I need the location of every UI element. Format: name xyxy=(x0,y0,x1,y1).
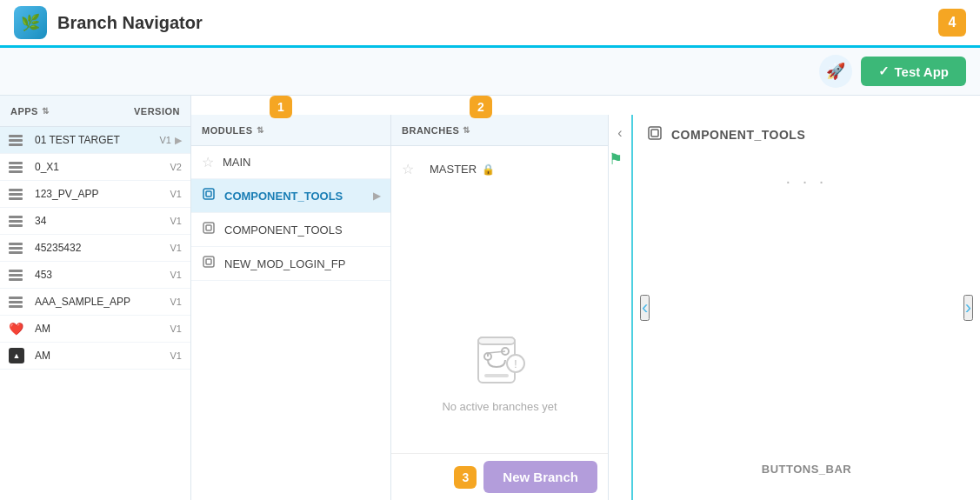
empty-state: ! No active branches yet xyxy=(391,290,608,454)
modules-sort-icon[interactable]: ⇅ xyxy=(257,125,264,135)
detail-title: COMPONENT_TOOLS xyxy=(671,128,805,142)
modules-panel-header: MODULES ⇅ xyxy=(191,115,390,146)
app-heart-icon: ❤️ xyxy=(9,322,28,336)
module-item-component-tools-active[interactable]: COMPONENT_TOOLS ▶ xyxy=(191,179,390,213)
version-header-label: VERSION xyxy=(134,106,180,117)
module-list: ☆ MAIN COMPONENT_TOOLS ▶ xyxy=(191,146,390,500)
star-icon: ☆ xyxy=(402,161,414,177)
new-branch-row: 3 New Branch xyxy=(391,453,608,500)
step-badge-4: 4 xyxy=(938,9,966,37)
svg-rect-7 xyxy=(478,337,515,344)
branches-panel: BRANCHES ⇅ ☆ MASTER 🔒 xyxy=(391,115,609,500)
flag-icon[interactable]: ⚑ xyxy=(609,150,631,172)
test-app-label: Test App xyxy=(895,64,950,79)
detail-sub-item: BUTTONS_BAR xyxy=(647,463,966,490)
step-badge-2: 2 xyxy=(470,96,492,118)
app-item[interactable]: 45235432 V1 xyxy=(0,235,190,262)
new-branch-button[interactable]: New Branch xyxy=(483,461,597,493)
detail-dots: · · · xyxy=(647,154,966,209)
cube-icon xyxy=(202,255,216,272)
rocket-icon: 🚀 xyxy=(826,62,845,81)
app-item[interactable]: 34 V1 xyxy=(0,208,190,235)
checkmark-icon: ✓ xyxy=(878,63,890,79)
detail-cube-icon xyxy=(647,125,663,143)
module-arrow-icon: ▶ xyxy=(373,190,380,202)
star-icon: ☆ xyxy=(202,154,214,170)
apps-panel-header: APPS ⇅ VERSION xyxy=(0,96,190,127)
app-item[interactable]: AAA_SAMPLE_APP V1 xyxy=(0,289,190,316)
apps-panel: APPS ⇅ VERSION 01 TEST TARGET V1 ▶ 0_X1 … xyxy=(0,96,191,500)
app-icon-bars xyxy=(9,187,28,201)
svg-rect-5 xyxy=(206,259,211,264)
svg-rect-0 xyxy=(203,189,214,199)
svg-rect-16 xyxy=(651,130,658,137)
collapse-left-button[interactable]: ‹ xyxy=(610,123,630,143)
toolbar: 🚀 ✓ Test App xyxy=(0,48,980,96)
main-content: APPS ⇅ VERSION 01 TEST TARGET V1 ▶ 0_X1 … xyxy=(0,96,980,500)
test-app-button[interactable]: ✓ Test App xyxy=(861,57,967,86)
collapse-area: ‹ ⚑ xyxy=(609,115,633,500)
app-item[interactable]: ▲ AM V1 xyxy=(0,343,190,370)
app-item[interactable]: 453 V1 xyxy=(0,262,190,289)
app-logo: 🌿 xyxy=(14,6,47,39)
cube-icon xyxy=(202,221,216,238)
app-item[interactable]: ❤️ AM V1 xyxy=(0,316,190,343)
app-icon-bars xyxy=(9,268,28,282)
svg-rect-3 xyxy=(206,225,211,230)
app-icon-bars xyxy=(9,214,28,228)
app-icon-bars xyxy=(9,241,28,255)
branch-item-master[interactable]: ☆ MASTER 🔒 xyxy=(391,153,608,185)
app-icon-bars xyxy=(9,295,28,309)
apps-sort-icon[interactable]: ⇅ xyxy=(42,106,50,116)
app-icon-bars xyxy=(9,160,28,174)
module-item-main[interactable]: ☆ MAIN xyxy=(191,146,390,179)
modules-panel: MODULES ⇅ ☆ MAIN COMPONENT_TOOLS xyxy=(191,115,391,500)
svg-text:!: ! xyxy=(514,358,517,370)
panels-wrapper: 1 2 MODULES ⇅ ☆ MAIN xyxy=(191,96,980,500)
branches-sort-icon[interactable]: ⇅ xyxy=(463,125,470,135)
app-dark-icon: ▲ xyxy=(9,349,28,363)
empty-state-text: No active branches yet xyxy=(442,400,557,413)
detail-header: COMPONENT_TOOLS xyxy=(647,125,966,154)
app-item[interactable]: 0_X1 V2 xyxy=(0,154,190,181)
app-item[interactable]: 01 TEST TARGET V1 ▶ xyxy=(0,127,190,154)
rocket-icon-button[interactable]: 🚀 xyxy=(819,55,852,88)
app-icon-bars xyxy=(9,133,28,147)
empty-state-icon: ! xyxy=(465,329,535,390)
step-badge-3: 3 xyxy=(454,466,477,489)
module-item-component-tools[interactable]: COMPONENT_TOOLS xyxy=(191,213,390,247)
branch-list: ☆ MASTER 🔒 xyxy=(391,146,608,290)
apps-header-label: APPS xyxy=(10,106,38,117)
svg-rect-1 xyxy=(206,191,211,197)
app-item[interactable]: 123_PV_APP V1 xyxy=(0,181,190,208)
svg-rect-4 xyxy=(203,257,214,267)
svg-rect-2 xyxy=(203,223,214,233)
modules-header-label: MODULES xyxy=(202,125,253,136)
svg-rect-8 xyxy=(484,374,509,377)
app-list: 01 TEST TARGET V1 ▶ 0_X1 V2 123_PV_APP V… xyxy=(0,127,190,500)
app-title: Branch Navigator xyxy=(57,13,203,33)
detail-nav-left-button[interactable]: ‹ xyxy=(640,295,650,321)
detail-panel: COMPONENT_TOOLS · · · ‹ › BUTTONS_BAR xyxy=(633,115,980,500)
svg-rect-15 xyxy=(649,127,661,139)
lock-icon: 🔒 xyxy=(482,163,495,176)
branches-header-label: BRANCHES xyxy=(402,125,459,136)
cube-icon xyxy=(202,187,216,204)
module-item-new-mod-login[interactable]: NEW_MOD_LOGIN_FP xyxy=(191,247,390,281)
app-header: 🌿 Branch Navigator 4 xyxy=(0,0,980,48)
branches-panel-header: BRANCHES ⇅ xyxy=(391,115,608,146)
detail-nav-right-button[interactable]: › xyxy=(963,295,973,321)
step-badge-1: 1 xyxy=(270,96,292,118)
